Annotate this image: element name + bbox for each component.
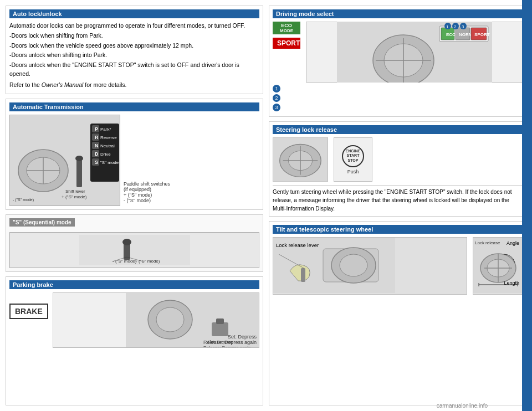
svg-text:1: 1 [446, 24, 449, 29]
angle-label: Angle [507, 240, 519, 246]
owner-manual-italic: Owner's Manual [42, 81, 84, 88]
sport-badge: SPORT [273, 38, 300, 49]
steering-svg [273, 137, 328, 182]
driving-mode-badges: ECO MODE SPORT [273, 22, 300, 49]
svg-text:SPORT: SPORT [474, 32, 490, 37]
steering-diagram-wheel [273, 137, 328, 182]
driving-mode-diagram: ECO NORM SPORT 2 1 3 [306, 22, 523, 83]
svg-text:ECO: ECO [446, 32, 456, 37]
numbered-item-1: 1 [273, 85, 523, 93]
sequential-diagram: - ("S" mode) + ("S" mode) [9, 232, 259, 268]
auto-transmission-title: Automatic Transmission [9, 102, 259, 111]
auto-transmission-section: Automatic Transmission [6, 99, 263, 210]
push-diagram: ENGINESTARTSTOP Push [334, 137, 372, 182]
at-inner: P Park* R Reverse N Neutral D Drive S "S [9, 115, 259, 206]
right-column: Driving mode select ECO MODE SPORT [269, 6, 526, 405]
eco-label: ECO [281, 23, 292, 28]
svg-text:3: 3 [462, 24, 464, 29]
svg-text:P: P [95, 126, 98, 132]
driving-mode-svg: ECO NORM SPORT 2 1 3 [337, 22, 492, 83]
num-circle-1: 1 [273, 85, 280, 93]
length-label: Length [504, 280, 519, 286]
at-svg: P Park* R Reverse N Neutral D Drive S "S [10, 115, 120, 206]
push-label: Push [347, 169, 359, 174]
tilt-diagram-right: Angle Length Lock release [473, 237, 523, 295]
svg-text:2: 2 [454, 24, 457, 29]
brake-badge: BRAKE [9, 304, 48, 319]
tilt-title: Tilt and telescopic steering wheel [273, 225, 523, 234]
svg-rect-5 [76, 160, 82, 187]
page-container: Auto lock/unlock Automatic door locks ca… [0, 0, 532, 411]
svg-rect-37 [216, 318, 224, 324]
mode-label: MODE [280, 28, 293, 33]
auto-lock-line2: -Doors lock when shifting from Park. [9, 32, 259, 40]
svg-point-28 [122, 239, 131, 245]
steering-description: Gently turn steering wheel while pressin… [273, 185, 523, 213]
svg-text:N: N [95, 143, 99, 148]
steering-lock-section: Steering lock release ENGINESTARTSTOP [269, 121, 526, 217]
svg-text:+ ("S" mode): + ("S" mode) [135, 259, 160, 264]
svg-text:- ("S" mode): - ("S" mode) [112, 259, 137, 264]
paddle-label: Paddle shift switches(if equipped) [124, 181, 170, 192]
svg-text:Reverse: Reverse [100, 135, 117, 140]
svg-text:+ ("S" mode): + ("S" mode) [62, 194, 87, 199]
tilt-inner: Lock release lever [273, 237, 523, 295]
set-label: Set: Depress [203, 334, 257, 340]
svg-text:Drive: Drive [100, 152, 111, 157]
tilt-diagram-left: Lock release lever [273, 237, 467, 295]
svg-point-67 [340, 254, 367, 276]
steering-diagrams-row: ENGINESTARTSTOP Push [273, 137, 523, 182]
engine-btn-text: ENGINESTARTSTOP [346, 149, 361, 163]
svg-text:NORM: NORM [459, 32, 473, 37]
sequential-section: "S" (Sequential) mode - ("S" mode) + ("S… [6, 214, 263, 272]
driving-mode-title: Driving mode select [273, 9, 523, 18]
right-sidebar-bar [522, 0, 532, 411]
svg-text:"S" mode: "S" mode [100, 160, 119, 165]
svg-text:Park*: Park* [100, 127, 111, 132]
auto-lock-body: Automatic door locks can be programmed t… [9, 22, 259, 89]
auto-lock-line5: -Doors unlock when the "ENGINE START STO… [9, 61, 259, 79]
auto-lock-line1: Automatic door locks can be programmed t… [9, 22, 259, 30]
auto-lock-title: Auto lock/unlock [9, 9, 259, 18]
lock-release-label: Lock release lever [276, 242, 319, 248]
driving-mode-inner: ECO MODE SPORT [273, 22, 523, 83]
svg-point-35 [156, 307, 184, 332]
auto-lock-line4: -Doors unlock when shifting into Park. [9, 51, 259, 60]
svg-point-6 [75, 156, 83, 161]
svg-rect-27 [124, 243, 130, 260]
parking-diagram: Set: Depress Release: Depress again Set:… [53, 292, 259, 348]
sport-label: SPORT [277, 39, 300, 47]
parking-brake-section: Parking brake BRAKE Set: Depress Release… [6, 276, 263, 405]
auto-lock-refer: Refer to the Owner's Manual for more det… [9, 81, 259, 90]
left-column: Auto lock/unlock Automatic door locks ca… [6, 6, 263, 405]
tilt-section: Tilt and telescopic steering wheel [269, 221, 526, 405]
svg-text:D: D [95, 151, 99, 157]
parking-labels: Set: Depress Release: Depress again [203, 334, 257, 345]
eco-badge: ECO MODE [273, 22, 300, 34]
numbered-item-3: 3 [273, 104, 523, 111]
at-diagram: P Park* R Reverse N Neutral D Drive S "S [9, 115, 120, 206]
paddle-minus: - ("S" mode) [124, 198, 170, 203]
auto-lock-section: Auto lock/unlock Automatic door locks ca… [6, 6, 263, 94]
svg-text:Release: Depress again: Release: Depress again [203, 345, 250, 347]
watermark: carmanualonline.info [437, 403, 488, 409]
release-label: Release: Depress again [203, 340, 257, 345]
driving-mode-section: Driving mode select ECO MODE SPORT [269, 6, 526, 117]
svg-text:R: R [95, 135, 99, 140]
numbered-item-2: 2 [273, 94, 523, 102]
svg-text:S: S [95, 160, 98, 165]
num-circle-2: 2 [273, 94, 280, 102]
parking-brake-title: Parking brake [9, 280, 259, 289]
at-paddle-note: Paddle shift switches(if equipped) + ("S… [124, 115, 170, 206]
num-circle-3: 3 [273, 104, 280, 111]
lock-release-sublabel: Lock release [475, 240, 500, 245]
svg-text:- ("S" mode): - ("S" mode) [13, 198, 34, 202]
steering-lock-title: Steering lock release [273, 125, 523, 134]
engine-btn-icon: ENGINESTARTSTOP [342, 145, 364, 167]
sequential-title: "S" (Sequential) mode [9, 218, 75, 227]
numbered-items: 1 2 3 [273, 85, 523, 111]
auto-lock-line3: -Doors lock when the vehicle speed goes … [9, 42, 259, 50]
svg-text:Shift lever: Shift lever [65, 189, 85, 194]
svg-rect-64 [301, 268, 305, 282]
parking-inner: BRAKE Set: Depress Release: Depress agai… [9, 292, 259, 348]
